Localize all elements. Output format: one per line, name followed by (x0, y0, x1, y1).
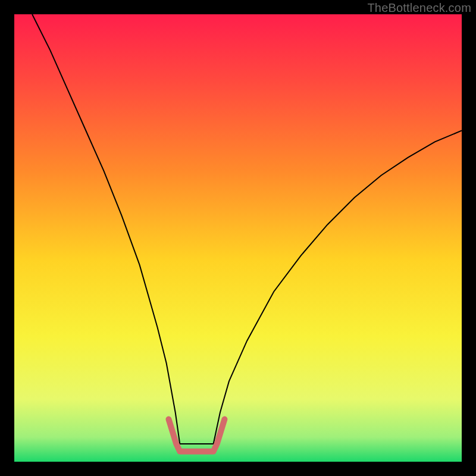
chart-frame (14, 14, 462, 462)
chart-svg (14, 14, 462, 462)
chart-background (14, 14, 462, 462)
watermark-text: TheBottleneck.com (367, 1, 471, 15)
